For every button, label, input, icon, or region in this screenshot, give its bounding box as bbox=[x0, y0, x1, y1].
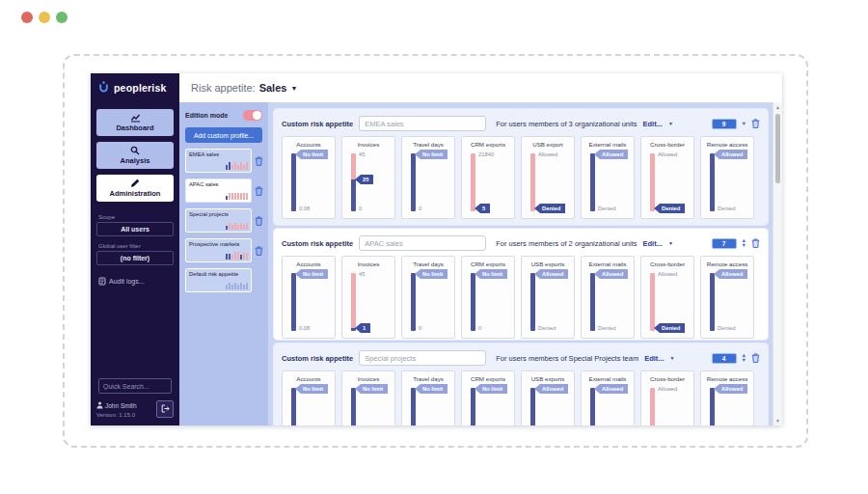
delete-profile-icon[interactable] bbox=[255, 156, 263, 166]
bar-segment bbox=[351, 153, 356, 179]
scope-all-users-button[interactable]: All users bbox=[96, 222, 174, 236]
metric-card: Invoices 45 1 bbox=[341, 256, 395, 339]
mini-bar bbox=[234, 252, 236, 260]
profile-card[interactable]: APAC sales bbox=[185, 178, 252, 203]
limit-badge[interactable]: Allowed bbox=[594, 384, 628, 394]
nav-label: Dashboard bbox=[116, 124, 153, 132]
panel-label: Custom risk appetite bbox=[282, 354, 353, 363]
mini-bar bbox=[237, 193, 239, 200]
limit-badge[interactable]: Allowed bbox=[714, 384, 747, 394]
global-user-filter-button[interactable]: (no filter) bbox=[96, 251, 174, 265]
limit-value-badge[interactable]: Denied bbox=[654, 204, 685, 213]
delete-profile-icon[interactable] bbox=[255, 216, 263, 226]
limit-badge[interactable]: No limit bbox=[295, 150, 328, 159]
move-down-icon[interactable]: ▼ bbox=[742, 243, 746, 248]
limit-value-badge[interactable]: 25 bbox=[355, 175, 373, 184]
metric-value-text: Denied bbox=[598, 325, 615, 331]
mini-bar bbox=[246, 193, 248, 200]
move-down-icon[interactable]: ▼ bbox=[742, 122, 746, 126]
mini-bar bbox=[243, 165, 245, 170]
limit-badge[interactable]: Allowed bbox=[534, 384, 568, 394]
user-count-badge[interactable]: 9 bbox=[712, 119, 737, 129]
yellow-dot-icon bbox=[39, 12, 50, 23]
delete-panel-icon[interactable] bbox=[751, 119, 760, 128]
profile-card[interactable]: EMEA sales bbox=[185, 149, 252, 173]
risk-appetite-panel: Custom risk appetite For users members o… bbox=[274, 229, 768, 340]
profile-card[interactable]: Prospective markets bbox=[185, 238, 252, 262]
edit-caret-icon[interactable]: ▼ bbox=[668, 121, 673, 126]
limit-value-badge[interactable]: 5 bbox=[475, 204, 490, 213]
limit-badge[interactable]: Allowed bbox=[714, 269, 747, 279]
edit-caret-icon[interactable]: ▼ bbox=[668, 240, 673, 246]
profile-mini-chart bbox=[226, 193, 248, 200]
limit-badge[interactable]: Allowed bbox=[534, 269, 568, 279]
scroll-down-arrow-icon[interactable]: ▼ bbox=[773, 418, 782, 424]
limit-value-badge[interactable]: 1 bbox=[355, 323, 370, 333]
metric-title: USB exports bbox=[522, 261, 574, 267]
bar-segment bbox=[530, 273, 535, 331]
limit-value-badge[interactable]: Denied bbox=[654, 323, 685, 333]
move-down-icon[interactable]: ▼ bbox=[742, 358, 746, 363]
user-count-badge[interactable]: 7 bbox=[712, 238, 737, 249]
panel-label: Custom risk appetite bbox=[282, 239, 353, 248]
app-version: Version: 1.15.0 bbox=[96, 412, 153, 418]
logout-button[interactable] bbox=[156, 400, 174, 418]
edit-audience-button[interactable]: Edit... bbox=[644, 354, 664, 363]
profile-name-input[interactable] bbox=[359, 116, 486, 131]
sidebar-item-dashboard[interactable]: Dashboard bbox=[96, 109, 174, 136]
mini-bar bbox=[231, 285, 233, 289]
bar-segment bbox=[351, 388, 356, 425]
user-count-badge[interactable]: 4 bbox=[712, 353, 737, 364]
mini-bar bbox=[243, 253, 245, 260]
vertical-scrollbar[interactable]: ▲ ▼ bbox=[773, 102, 782, 425]
bar-segment bbox=[351, 328, 356, 331]
metric-title: USB export bbox=[522, 141, 574, 148]
limit-badge[interactable]: No limit bbox=[415, 150, 448, 159]
quick-search-input[interactable] bbox=[98, 378, 172, 394]
mini-bar bbox=[237, 285, 239, 289]
limit-badge[interactable]: No limit bbox=[475, 384, 507, 394]
chevron-down-icon[interactable]: ▼ bbox=[290, 85, 297, 92]
add-custom-profile-button[interactable]: Add custom profile... bbox=[185, 127, 262, 143]
metric-title: CRM exports bbox=[462, 375, 514, 382]
limit-badge[interactable]: Allowed bbox=[594, 269, 628, 279]
limit-value-badge[interactable]: Denied bbox=[534, 204, 565, 213]
edition-mode-toggle[interactable] bbox=[243, 110, 262, 121]
bar-segment bbox=[291, 273, 296, 331]
scroll-up-arrow-icon[interactable]: ▲ bbox=[773, 104, 782, 110]
limit-badge[interactable]: Allowed bbox=[594, 150, 628, 159]
profile-card[interactable]: Special projects bbox=[185, 208, 252, 233]
edit-audience-button[interactable]: Edit... bbox=[643, 239, 663, 248]
limit-badge[interactable]: No limit bbox=[415, 269, 448, 279]
limit-badge[interactable]: No limit bbox=[415, 384, 448, 394]
delete-profile-icon[interactable] bbox=[255, 246, 263, 256]
page-title-value[interactable]: Sales bbox=[259, 82, 287, 94]
mini-bar bbox=[237, 225, 239, 230]
limit-badge[interactable]: No limit bbox=[475, 269, 507, 279]
delete-profile-icon[interactable] bbox=[255, 186, 263, 196]
sidebar-item-analysis[interactable]: Analysis bbox=[96, 142, 174, 169]
profile-name-input[interactable] bbox=[359, 235, 486, 251]
mini-bar bbox=[231, 255, 233, 260]
metric-value-text: 0 bbox=[478, 325, 481, 331]
profile-name-input[interactable] bbox=[359, 350, 486, 366]
scrollbar-thumb[interactable] bbox=[775, 114, 780, 183]
mini-bar bbox=[234, 162, 236, 170]
sidebar-item-administration[interactable]: Administration bbox=[96, 175, 174, 202]
limit-badge[interactable]: No limit bbox=[295, 384, 328, 394]
edit-audience-button[interactable]: Edit... bbox=[643, 120, 663, 128]
metric-card: Remote access Allowed Denied bbox=[700, 136, 754, 219]
delete-panel-icon[interactable] bbox=[751, 238, 760, 248]
limit-badge[interactable]: No limit bbox=[295, 269, 328, 279]
audit-logs-icon bbox=[98, 276, 106, 286]
bar-segment bbox=[530, 153, 535, 211]
delete-panel-icon[interactable] bbox=[751, 353, 760, 363]
metrics-row: Accounts No limit 0.08 Invoices 45 25 0 … bbox=[282, 136, 760, 219]
limit-badge[interactable]: Allowed bbox=[714, 150, 747, 159]
audit-logs-link[interactable]: Audit logs... bbox=[91, 265, 179, 287]
metric-bar bbox=[351, 153, 356, 211]
profile-card[interactable]: Default risk appetite bbox=[185, 268, 252, 292]
edit-caret-icon[interactable]: ▼ bbox=[670, 355, 675, 361]
limit-badge[interactable]: No limit bbox=[355, 384, 388, 394]
metric-card: Cross-border Allowed Denied bbox=[640, 136, 694, 219]
